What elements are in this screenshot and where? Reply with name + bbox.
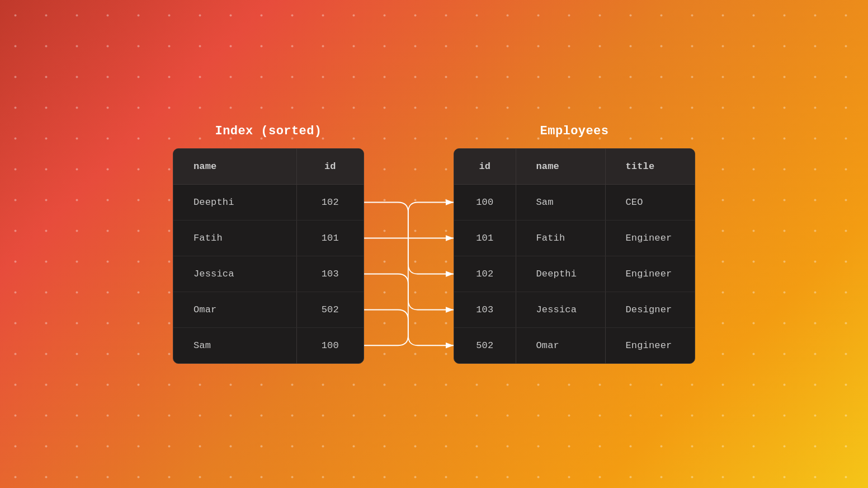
right-table-row: 102 Deepthi Engineer — [454, 256, 695, 292]
main-content: Index (sorted) name id Deepthi 102 Fatih… — [0, 0, 868, 488]
left-cell-id: 103 — [296, 256, 364, 292]
right-col-title-header: title — [605, 149, 695, 185]
left-cell-name: Fatih — [173, 220, 296, 256]
left-table-header-row: name id — [173, 149, 364, 185]
right-table-container: id name title 100 Sam CEO 101 Fatih Engi… — [454, 148, 695, 364]
right-table-row: 502 Omar Engineer — [454, 328, 695, 364]
right-cell-id: 100 — [454, 185, 516, 220]
right-cell-name: Fatih — [516, 220, 605, 256]
left-table-row: Fatih 101 — [173, 220, 364, 256]
right-cell-title: Designer — [605, 292, 695, 328]
left-cell-name: Deepthi — [173, 185, 296, 220]
left-table-body: Deepthi 102 Fatih 101 Jessica 103 Omar 5… — [173, 185, 364, 364]
right-cell-title: Engineer — [605, 256, 695, 292]
right-cell-name: Jessica — [516, 292, 605, 328]
left-table-row: Sam 100 — [173, 328, 364, 364]
right-cell-name: Sam — [516, 185, 605, 220]
right-section: Employees id name title 100 Sam CEO 101 … — [454, 124, 695, 364]
left-cell-name: Jessica — [173, 256, 296, 292]
right-table-header-row: id name title — [454, 149, 695, 185]
left-table-container: name id Deepthi 102 Fatih 101 Jessica 10… — [173, 148, 364, 364]
left-table-row: Jessica 103 — [173, 256, 364, 292]
right-cell-title: Engineer — [605, 220, 695, 256]
right-table: id name title 100 Sam CEO 101 Fatih Engi… — [454, 149, 695, 363]
right-table-row: 101 Fatih Engineer — [454, 220, 695, 256]
left-cell-id: 100 — [296, 328, 364, 364]
right-col-id-header: id — [454, 149, 516, 185]
connector-area — [364, 124, 454, 398]
right-table-title: Employees — [540, 124, 609, 138]
left-cell-id: 502 — [296, 292, 364, 328]
right-cell-title: Engineer — [605, 328, 695, 364]
right-col-name-header: name — [516, 149, 605, 185]
left-section: Index (sorted) name id Deepthi 102 Fatih… — [173, 124, 364, 364]
left-table: name id Deepthi 102 Fatih 101 Jessica 10… — [173, 149, 364, 363]
right-table-row: 100 Sam CEO — [454, 185, 695, 220]
right-cell-id: 103 — [454, 292, 516, 328]
right-cell-id: 502 — [454, 328, 516, 364]
right-cell-id: 101 — [454, 220, 516, 256]
right-table-body: 100 Sam CEO 101 Fatih Engineer 102 Deept… — [454, 185, 695, 364]
left-cell-name: Sam — [173, 328, 296, 364]
right-cell-title: CEO — [605, 185, 695, 220]
left-cell-name: Omar — [173, 292, 296, 328]
left-col-name-header: name — [173, 149, 296, 185]
left-table-row: Omar 502 — [173, 292, 364, 328]
right-cell-id: 102 — [454, 256, 516, 292]
right-cell-name: Omar — [516, 328, 605, 364]
left-cell-id: 102 — [296, 185, 364, 220]
left-table-row: Deepthi 102 — [173, 185, 364, 220]
right-cell-name: Deepthi — [516, 256, 605, 292]
left-col-id-header: id — [296, 149, 364, 185]
right-table-row: 103 Jessica Designer — [454, 292, 695, 328]
connector-svg — [364, 124, 454, 398]
left-table-title: Index (sorted) — [215, 124, 322, 138]
left-cell-id: 101 — [296, 220, 364, 256]
